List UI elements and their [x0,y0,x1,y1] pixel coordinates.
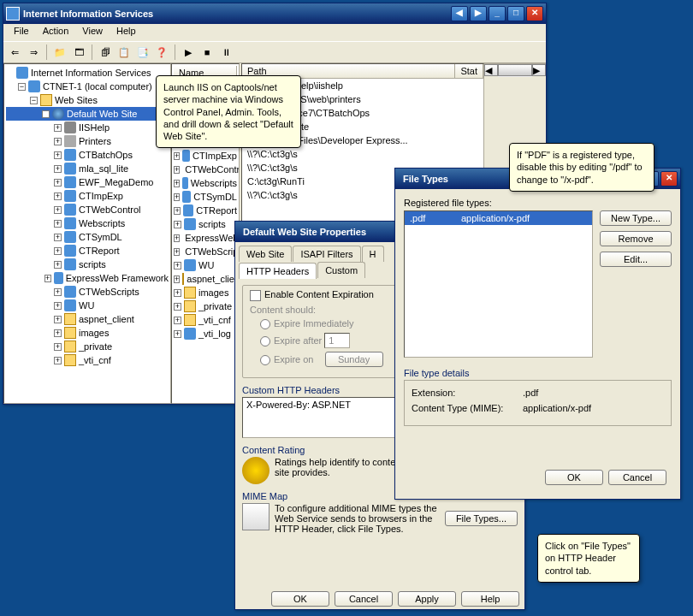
tree-node-wu[interactable]: +WU [6,299,169,312]
ft-row-pdf[interactable]: .pdf application/x-pdf [405,211,592,225]
expander-icon[interactable]: + [174,330,181,338]
expander-icon[interactable]: + [54,179,62,187]
tree-node--private[interactable]: +_private [6,340,169,353]
tree-node-scripts[interactable]: +scripts [6,258,169,271]
ft-listbox[interactable]: .pdf application/x-pdf [404,210,593,358]
tb-pause[interactable]: ⏸ [218,44,234,60]
tb-stop[interactable]: ■ [199,44,215,60]
tree-node-expressweb-framework[interactable]: +ExpressWeb Framework [6,271,169,285]
expander-icon[interactable]: + [174,234,180,242]
close-btn[interactable]: ✕ [526,6,543,21]
menu-view[interactable]: View [75,24,110,41]
expander-icon[interactable]: + [174,275,180,283]
tree-node-ewf-megademo[interactable]: +EWF_MegaDemo [6,175,169,189]
list-item-expressweb[interactable]: +ExpressWeb [174,231,237,245]
list-item-ctsymdl[interactable]: +CTSymDL [174,190,237,204]
expander-icon[interactable]: + [174,248,180,256]
expander-icon[interactable]: − [42,110,50,118]
menu-file[interactable]: File [7,24,36,41]
expander-icon[interactable]: + [54,234,62,241]
props-apply-button[interactable]: Apply [398,591,456,607]
scroll-right[interactable]: ▶ [532,64,546,76]
tb-fwd[interactable]: ⇒ [26,44,41,60]
tb-props[interactable]: 🗔 [71,44,86,60]
expander-icon[interactable]: + [54,329,62,337]
tree-node-ctsymdl[interactable]: +CTSymDL [6,230,169,244]
maximize-btn[interactable]: □ [507,6,524,21]
tb-help[interactable]: ❓ [154,44,169,60]
scroll-left[interactable]: ◀ [484,64,498,76]
expander-icon[interactable]: + [174,289,181,297]
expander-icon[interactable]: + [174,166,180,174]
enable-expire-checkbox[interactable]: Enable Content Expiration [250,289,374,299]
tree-node-aspnet-client[interactable]: +aspnet_client [6,312,169,326]
menu-action[interactable]: Action [36,24,76,41]
expander-icon[interactable]: + [174,193,180,201]
tree-node-ctbatchops[interactable]: +CTBatchOps [6,148,169,162]
ft-new-type-button[interactable]: New Type... [600,210,672,226]
tab-h[interactable]: H [362,246,384,262]
expander-icon[interactable]: − [30,97,38,104]
tb-list[interactable]: 📑 [135,44,151,60]
tree-node-ctnet-1-local-computer-[interactable]: −CTNET-1 (local computer) [6,80,169,93]
file-types-button[interactable]: File Types... [445,511,518,526]
back-btn[interactable]: ◀ [451,6,468,21]
expander-icon[interactable]: + [54,124,62,132]
expander-icon[interactable]: + [174,221,181,228]
tree-node-iishelp[interactable]: +IISHelp [6,121,169,134]
list-item--vti-log[interactable]: +_vti_log [174,327,237,341]
col-status[interactable]: Stat [455,64,483,78]
expander-icon[interactable]: + [54,343,62,351]
tree-node-printers[interactable]: +Printers [6,134,169,148]
list-item-ctwebcontrol[interactable]: +CTWebControl [174,163,237,176]
ft-cancel-button[interactable]: Cancel [608,470,666,485]
expander-icon[interactable]: + [54,206,62,214]
tree-node-default-web-site[interactable]: −Default Web Site [6,107,169,121]
list-item-ctimpexp[interactable]: +CTImpExp [174,149,237,163]
tb-export[interactable]: 📋 [116,44,132,60]
tree-node-web-sites[interactable]: −Web Sites [6,93,169,107]
expander-icon[interactable]: + [44,275,51,282]
expander-icon[interactable]: + [54,220,62,228]
expander-icon[interactable]: + [54,151,62,159]
expander-icon[interactable]: + [54,165,62,173]
list-item-images[interactable]: +images [174,286,237,299]
tab-custom[interactable]: Custom [317,262,365,278]
scroll-thumb[interactable] [498,64,532,76]
tree-node-ctimpexp[interactable]: +CTImpExp [6,189,169,203]
tree-node-mla-sql-lite[interactable]: +mla_sql_lite [6,162,169,175]
props-cancel-button[interactable]: Cancel [335,591,393,607]
expander-icon[interactable]: + [54,247,62,255]
tree-node--vti-cnf[interactable]: +_vti_cnf [6,353,169,367]
expander-icon[interactable]: + [174,152,180,160]
list-item-ctwebscripts[interactable]: +CTWebScripts [174,245,237,258]
tab-http-headers[interactable]: HTTP Headers [239,263,317,279]
list-item-aspnet-client[interactable]: +aspnet_client [174,272,237,286]
path-row[interactable]: \\?\C:\ct3g\s [242,147,483,161]
fwd-btn[interactable]: ▶ [470,6,487,21]
tree-node-ctreport[interactable]: +CTReport [6,244,169,258]
tab-website[interactable]: Web Site [239,246,292,262]
ft-ok-button[interactable]: OK [545,470,603,485]
expander-icon[interactable]: + [54,288,62,296]
ft-close-btn[interactable]: ✕ [660,171,678,187]
menu-help[interactable]: Help [110,24,143,41]
minimize-btn[interactable]: _ [489,6,506,21]
expander-icon[interactable]: + [174,262,181,270]
props-ok-button[interactable]: OK [271,591,329,607]
tb-back[interactable]: ⇐ [7,44,22,60]
list-item-webscripts[interactable]: +Webscripts [174,176,237,190]
tb-refresh[interactable]: 🗐 [98,44,113,60]
expander-icon[interactable]: + [54,316,62,323]
expander-icon[interactable]: + [174,207,181,215]
tree-node-ctwebcontrol[interactable]: +CTWebControl [6,203,169,216]
tree-node-ctwebscripts[interactable]: +CTWebScripts [6,285,169,299]
tab-isapi[interactable]: ISAPI Filters [293,246,360,262]
expander-icon[interactable]: + [174,303,181,311]
tb-up[interactable]: 📁 [52,44,68,60]
expander-icon[interactable]: + [54,261,62,269]
list-item-scripts[interactable]: +scripts [174,217,237,231]
list-item-ctreport[interactable]: +CTReport [174,204,237,217]
expander-icon[interactable]: + [174,317,181,324]
expander-icon[interactable]: + [54,302,62,310]
